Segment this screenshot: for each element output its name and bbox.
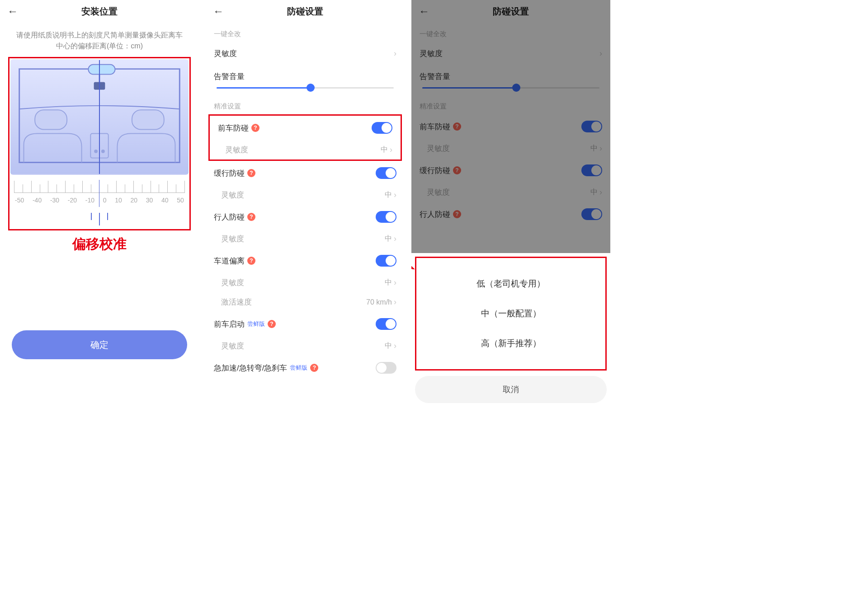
- back-icon[interactable]: ←: [7, 5, 18, 18]
- chevron-right-icon: ›: [394, 341, 396, 351]
- svg-rect-5: [132, 110, 164, 129]
- row-pedestrian: 行人防碰?: [206, 205, 405, 229]
- back-icon[interactable]: ←: [213, 5, 224, 18]
- row-lane-departure-speed[interactable]: 激活速度 70 km/h›: [206, 292, 405, 312]
- sensitivity-action-sheet: 低（老司机专用） 中（一般配置） 高（新手推荐） 取消: [411, 253, 610, 407]
- row-lane-departure-sens[interactable]: 灵敏度 中›: [206, 273, 405, 292]
- svg-rect-4: [35, 110, 67, 129]
- help-icon[interactable]: ?: [251, 124, 259, 132]
- row-front-start-sens[interactable]: 灵敏度 中›: [206, 336, 405, 356]
- chevron-right-icon: ›: [394, 234, 396, 244]
- row-lane-departure: 车道偏离?: [206, 249, 405, 273]
- beta-tag: 尝鲜版: [247, 320, 265, 328]
- option-low[interactable]: 低（老司机专用）: [416, 269, 605, 299]
- toggle-slow-collision[interactable]: [376, 167, 396, 179]
- screen-collision-settings-sheet: ← 防碰设置 一键全改 灵敏度 › 告警音量 精准设置 前车防碰? 灵敏度 中›…: [411, 0, 610, 407]
- section-quick: 一键全改: [206, 23, 405, 42]
- annotation-box-sheet-options: 低（老司机专用） 中（一般配置） 高（新手推荐）: [415, 257, 607, 371]
- help-icon[interactable]: ?: [247, 213, 255, 221]
- screen-install-position: ← 安装位置 请使用纸质说明书上的刻度尺简单测量摄像头距离车中心的偏移距离(单位…: [0, 0, 199, 407]
- confirm-button[interactable]: 确定: [12, 330, 187, 359]
- annotation-box-offset: -50-40-30-20-1001020304050: [8, 57, 191, 230]
- car-illustration: [10, 59, 189, 175]
- toggle-pedestrian[interactable]: [376, 211, 396, 223]
- row-pedestrian-sens[interactable]: 灵敏度 中›: [206, 229, 405, 249]
- help-icon[interactable]: ?: [247, 169, 255, 177]
- option-mid[interactable]: 中（一般配置）: [416, 299, 605, 329]
- screen-collision-settings: ← 防碰设置 一键全改 灵敏度 › 告警音量 精准设置 前车防碰? 灵敏度 中›…: [206, 0, 405, 407]
- toggle-sudden[interactable]: [376, 362, 396, 374]
- cancel-button[interactable]: 取消: [415, 376, 607, 403]
- option-high[interactable]: 高（新手推荐）: [416, 329, 605, 358]
- svg-rect-1: [88, 65, 115, 75]
- toggle-front-start[interactable]: [376, 318, 396, 330]
- annotation-box-front-collision: 前车防碰? 灵敏度 中›: [208, 114, 402, 161]
- offset-ruler[interactable]: -50-40-30-20-1001020304050: [9, 176, 189, 225]
- volume-slider[interactable]: [206, 84, 405, 95]
- row-slow-collision: 缓行防碰?: [206, 161, 405, 185]
- toggle-front-collision[interactable]: [372, 122, 392, 134]
- help-icon[interactable]: ?: [247, 257, 255, 265]
- svg-point-7: [94, 150, 98, 153]
- chevron-right-icon: ›: [394, 278, 396, 287]
- row-sudden: 急加速/急转弯/急刹车尝鲜版?: [206, 356, 405, 380]
- section-precise: 精准设置: [206, 95, 405, 114]
- help-icon[interactable]: ?: [310, 364, 318, 372]
- row-sensitivity-global[interactable]: 灵敏度 ›: [206, 42, 405, 65]
- instruction-text: 请使用纸质说明书上的刻度尺简单测量摄像头距离车中心的偏移距离(单位：cm): [0, 23, 199, 57]
- page-title: 安装位置: [81, 5, 118, 18]
- chevron-right-icon: ›: [390, 145, 392, 155]
- row-volume: 告警音量: [206, 65, 405, 84]
- chevron-right-icon: ›: [394, 297, 396, 307]
- row-slow-collision-sens[interactable]: 灵敏度 中›: [206, 185, 405, 205]
- chevron-right-icon: ›: [394, 49, 396, 58]
- toggle-lane-departure[interactable]: [376, 255, 396, 267]
- beta-tag: 尝鲜版: [290, 364, 307, 372]
- slider-indicator: [14, 213, 185, 225]
- header: ← 防碰设置: [206, 0, 405, 23]
- header: ← 安装位置: [0, 0, 199, 23]
- help-icon[interactable]: ?: [268, 320, 276, 328]
- ruler-ticks: [14, 180, 185, 193]
- chevron-right-icon: ›: [394, 190, 396, 200]
- row-front-collision: 前车防碰?: [210, 116, 401, 140]
- row-front-collision-sens[interactable]: 灵敏度 中›: [210, 140, 401, 160]
- svg-point-8: [101, 150, 105, 153]
- annotation-label-offset: 偏移校准: [0, 235, 199, 253]
- page-title: 防碰设置: [287, 5, 323, 18]
- modal-dimmer[interactable]: [411, 0, 610, 267]
- row-front-start: 前车启动尝鲜版?: [206, 312, 405, 336]
